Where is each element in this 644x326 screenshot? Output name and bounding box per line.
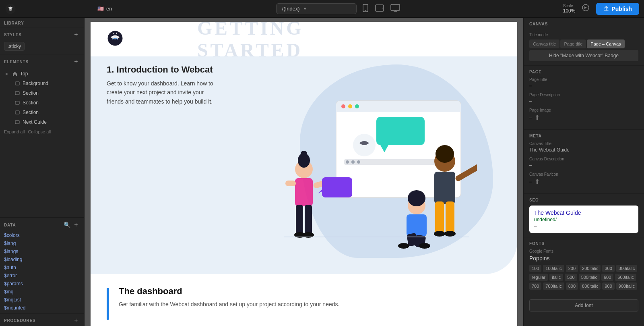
rp-font-name: Poppins	[529, 255, 638, 262]
add-style-button[interactable]: +	[72, 31, 80, 39]
search-icon[interactable]: 🔍	[64, 222, 70, 228]
data-item-mq[interactable]: $mq	[0, 288, 84, 296]
data-item-params[interactable]: $params	[0, 280, 84, 288]
hide-badge-button[interactable]: Hide "Made with Webcat" Badge	[529, 50, 638, 61]
page-title-mode-button[interactable]: Page title	[560, 39, 586, 48]
font-weight-300italic[interactable]: 300italic	[616, 265, 637, 272]
data-item-error[interactable]: $error	[0, 272, 84, 280]
svg-rect-50	[434, 172, 455, 204]
data-item-colors[interactable]: $colors	[0, 231, 84, 239]
expand-all-button[interactable]: Expand all	[4, 129, 25, 134]
rp-title-mode-label: Title mode	[529, 33, 638, 37]
rp-canvas-favicon-field: Canvas Favicon – ⬆	[529, 172, 638, 185]
upload-icon[interactable]: ⬆	[535, 114, 540, 121]
data-item-auth[interactable]: $auth	[0, 264, 84, 272]
scale-info: Scale 100%	[563, 4, 576, 14]
tree-item-next-guide[interactable]: Next Guide	[0, 117, 84, 127]
svg-point-5	[382, 8, 383, 8]
font-weight-800italic[interactable]: 800italic	[580, 282, 601, 290]
rp-canvas-favicon-upload: – ⬆	[529, 178, 638, 185]
page-canvas-mode-button[interactable]: Page – Canvas	[587, 39, 624, 48]
rp-page-image-value: –	[529, 115, 532, 120]
procedures-label: PROCEDURES	[4, 318, 36, 323]
rp-title-mode-section: Title mode Canvas title Page title Page …	[524, 29, 644, 66]
font-weight-200italic[interactable]: 200italic	[580, 265, 601, 272]
rp-seo-label: SEO	[529, 198, 638, 202]
expand-icon	[6, 100, 12, 106]
tree-item-top[interactable]: ▶ Top	[0, 69, 84, 79]
page-header: GETTING STARTED	[91, 22, 517, 56]
rp-canvas-header: CANVAS	[524, 18, 644, 29]
canvas-area[interactable]: GETTING STARTED 1. Introduction to Webca…	[85, 18, 523, 326]
tree-section3-label: Section	[23, 110, 39, 115]
font-weight-900italic[interactable]: 900italic	[616, 282, 637, 290]
font-weight-regular[interactable]: regular	[529, 274, 548, 281]
font-weight-900[interactable]: 900	[602, 282, 614, 290]
font-weight-200[interactable]: 200	[566, 265, 578, 272]
tablet-device-button[interactable]	[373, 3, 386, 15]
svg-marker-40	[318, 189, 322, 193]
url-selector[interactable]: /(Index) ▼	[276, 3, 357, 14]
tree-item-section2[interactable]: Section	[0, 98, 84, 108]
add-font-button[interactable]: Add font	[529, 299, 638, 311]
language-selector[interactable]: 🇺🇸 en	[94, 4, 115, 13]
font-weight-500italic[interactable]: 500italic	[579, 274, 600, 281]
font-weight-100[interactable]: 100	[529, 265, 541, 272]
mobile-device-button[interactable]	[360, 2, 371, 15]
tree-item-background[interactable]: Background	[0, 79, 84, 88]
svg-point-15	[116, 36, 118, 37]
sticky-style-tag[interactable]: .sticky	[4, 42, 25, 51]
data-item-lang[interactable]: $lang	[0, 239, 84, 247]
font-weight-300[interactable]: 300	[602, 265, 614, 272]
font-weight-100italic[interactable]: 100italic	[543, 265, 564, 272]
expand-collapse-row: Expand all Collapse all	[0, 127, 84, 137]
svg-point-21	[355, 104, 359, 108]
rp-canvas-favicon-label: Canvas Favicon	[529, 172, 638, 176]
intro-section: 1. Introduction to Webcat Get to know yo…	[91, 56, 517, 274]
svg-rect-39	[322, 177, 352, 197]
font-weight-600italic[interactable]: 600italic	[615, 274, 636, 281]
rp-page-label: PAGE	[529, 70, 638, 74]
data-item-mqlist[interactable]: $mqList	[0, 296, 84, 304]
seo-preview-url: undefined/	[534, 217, 634, 222]
elements-header: ELEMENTS +	[0, 54, 84, 67]
rp-google-fonts-label: Google Fonts	[529, 249, 638, 253]
rect-icon	[14, 110, 20, 115]
data-item-langs[interactable]: $langs	[0, 247, 84, 255]
library-label: LIBRARY	[4, 21, 24, 25]
svg-point-53	[434, 231, 445, 237]
topbar-right: Scale 100% Publish	[563, 2, 639, 15]
font-weight-600[interactable]: 600	[601, 274, 613, 281]
tree-item-section1[interactable]: Section	[0, 88, 84, 98]
scale-label-text: Scale	[563, 4, 576, 8]
rp-page-section: PAGE Page Title – Page Description – Pag…	[524, 66, 644, 130]
font-weight-italic[interactable]: italic	[549, 274, 563, 281]
collapse-all-button[interactable]: Collapse all	[28, 129, 51, 134]
publish-button[interactable]: Publish	[596, 3, 639, 15]
add-element-button[interactable]: +	[72, 58, 80, 66]
dashboard-desc: Get familiar with the Webcat dashboard a…	[119, 300, 339, 309]
favicon-upload-icon[interactable]: ⬆	[535, 178, 540, 185]
svg-point-1	[9, 8, 12, 10]
font-weight-700italic[interactable]: 700italic	[543, 282, 564, 290]
seo-preview-title: The Webcat Guide	[534, 210, 634, 216]
canvas-title-mode-button[interactable]: Canvas title	[529, 39, 559, 48]
preview-button[interactable]	[580, 2, 591, 15]
data-item-loading[interactable]: $loading	[0, 255, 84, 264]
font-weights-grid: 100 100italic 200 200italic 300 300itali…	[529, 265, 638, 290]
tree-item-section3[interactable]: Section	[0, 108, 84, 117]
font-weight-500[interactable]: 500	[565, 274, 577, 281]
procedures-header: PROCEDURES +	[0, 314, 84, 326]
font-weight-800[interactable]: 800	[566, 282, 578, 290]
tree-next-guide-label: Next Guide	[23, 119, 47, 125]
desktop-device-button[interactable]	[388, 2, 402, 15]
add-procedure-button[interactable]: +	[72, 316, 80, 324]
data-item-mounted[interactable]: $mounted	[0, 304, 84, 312]
intro-number: 1. Introduction to Webcat	[107, 64, 219, 75]
svg-rect-6	[391, 4, 400, 10]
expand-icon	[6, 119, 12, 125]
rp-seo-section: SEO The Webcat Guide undefined/ –	[524, 194, 644, 237]
add-data-button[interactable]: +	[72, 221, 80, 229]
rp-canvas-title-field: Canvas Title The Webcat Guide	[529, 141, 638, 153]
font-weight-700[interactable]: 700	[529, 282, 541, 290]
